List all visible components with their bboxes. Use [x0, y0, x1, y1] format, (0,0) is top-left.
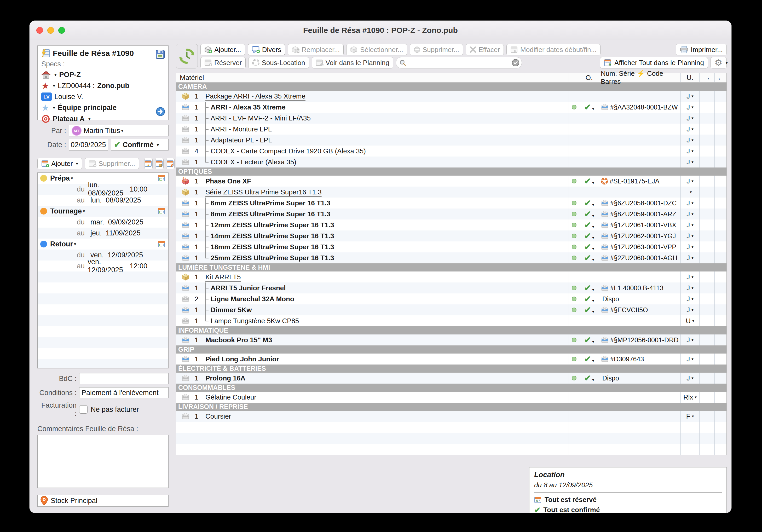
- table-row[interactable]: 112mm ZEISS UltraPrime Super 16 T1.3✔▾ #…: [176, 219, 726, 230]
- materiel-cell[interactable]: 1Lampe Tungstène 5Kw CP85: [176, 315, 569, 326]
- serial-number[interactable]: Dispo: [602, 374, 619, 382]
- materiel-cell[interactable]: 1ARRI T5 Junior Fresnel: [176, 282, 569, 293]
- date-value[interactable]: jeu. 11/09/2025: [90, 229, 141, 237]
- phase-add-button[interactable]: Ajouter ▾: [38, 158, 82, 169]
- target-icon[interactable]: [41, 114, 50, 123]
- goto-plateau-button[interactable]: [156, 107, 165, 116]
- material-label[interactable]: 18mm ZEISS UltraPrime Super 16 T1.3: [211, 243, 334, 251]
- quantity[interactable]: 1: [191, 273, 202, 281]
- unit-caret[interactable]: ▾: [691, 297, 694, 301]
- unit-caret[interactable]: ▾: [691, 94, 694, 99]
- phase-caret[interactable]: ▾: [74, 241, 76, 247]
- serial-number[interactable]: #D3097643: [610, 355, 644, 363]
- table-row[interactable]: 1Dimmer 5Kw✔▾ #§ECVCII5OJ▾: [176, 304, 726, 315]
- owner-name[interactable]: POP-Z: [59, 71, 81, 79]
- phase-edit-button[interactable]: [155, 158, 164, 169]
- unit-select[interactable]: Rlx▾: [680, 392, 699, 403]
- material-label[interactable]: Kit ARRI T5: [205, 273, 241, 281]
- unit-caret[interactable]: ▾: [691, 223, 694, 227]
- contact-badge[interactable]: LV: [41, 93, 52, 101]
- out-cell[interactable]: [699, 392, 715, 403]
- in-cell[interactable]: [715, 293, 726, 304]
- confirmation-cell[interactable]: ✔▾: [579, 253, 599, 264]
- materiel-cell[interactable]: 118mm ZEISS UltraPrime Super 16 T1.3: [176, 241, 569, 253]
- unit-select[interactable]: J▾: [680, 282, 699, 293]
- home-icon[interactable]: [41, 71, 51, 79]
- material-label[interactable]: Coursier: [205, 412, 231, 420]
- material-label[interactable]: Dimmer 5Kw: [211, 306, 252, 314]
- out-cell[interactable]: [699, 146, 715, 157]
- serial-cell[interactable]: #§1ZU2063-0001-VPP: [599, 241, 680, 253]
- phase-date-row[interactable]: au lun. 08/09/2025: [38, 195, 168, 206]
- unit-select[interactable]: J▾: [680, 134, 699, 146]
- save-icon[interactable]: [155, 49, 165, 59]
- quantity[interactable]: 1: [191, 336, 202, 344]
- unit-caret[interactable]: ▾: [691, 201, 694, 205]
- confirmation-cell[interactable]: ✔▾: [579, 197, 599, 208]
- unit-select[interactable]: J▾: [680, 241, 699, 253]
- confirmation-caret[interactable]: ▾: [592, 202, 594, 207]
- phase-date-row[interactable]: du lun. 08/09/2025 10:00: [38, 184, 168, 195]
- unit-caret[interactable]: ▾: [691, 376, 694, 380]
- in-cell[interactable]: [715, 271, 726, 282]
- material-label[interactable]: CODEX - Lecteur (Alexa 35): [211, 158, 296, 166]
- material-label[interactable]: 6mm ZEISS UltraPrime Super 16 T1.3: [211, 199, 330, 207]
- quantity[interactable]: 1: [191, 374, 202, 382]
- table-row[interactable]: 1Package ARRI - Alexa 35 XtremeJ▾: [176, 91, 726, 102]
- quantity[interactable]: 1: [191, 199, 202, 207]
- out-cell[interactable]: [699, 335, 715, 345]
- confirmation-caret[interactable]: ▾: [592, 246, 594, 251]
- date-value[interactable]: lun. 08/09/2025: [88, 181, 130, 197]
- out-cell[interactable]: [699, 304, 715, 315]
- in-cell[interactable]: [715, 187, 726, 197]
- in-cell[interactable]: [715, 208, 726, 219]
- confirmation-caret[interactable]: ▾: [592, 181, 594, 185]
- quantity[interactable]: 1: [191, 243, 202, 251]
- unit-select[interactable]: J▾: [680, 353, 699, 364]
- materiel-cell[interactable]: 1Coursier: [176, 411, 569, 422]
- material-label[interactable]: 12mm ZEISS UltraPrime Super 16 T1.3: [211, 221, 334, 229]
- par-select[interactable]: MT Martin Titus ▾: [69, 125, 169, 136]
- out-cell[interactable]: [699, 91, 715, 102]
- materiel-cell[interactable]: 1Macbook Pro 15'' M3: [176, 335, 569, 345]
- quantity[interactable]: 1: [191, 92, 202, 100]
- unit-caret[interactable]: ▾: [691, 116, 694, 120]
- team-dropdown-caret[interactable]: ▾: [53, 105, 55, 111]
- show-all-planning-button[interactable]: Afficher Tout dans le Planning: [600, 57, 708, 68]
- phase-favorite-button[interactable]: ★: [144, 158, 153, 169]
- unit-caret[interactable]: ▾: [691, 308, 694, 312]
- serial-cell[interactable]: #§MP12056-0001-DRD: [599, 335, 680, 345]
- in-cell[interactable]: [715, 157, 726, 168]
- serial-cell[interactable]: [599, 146, 680, 157]
- materiel-cell[interactable]: 114mm ZEISS UltraPrime Super 16 T1.3: [176, 230, 569, 241]
- table-row[interactable]: 1Série ZEISS Ultra Prime Super16 T1.3▾: [176, 187, 726, 197]
- quantity[interactable]: 1: [191, 317, 202, 325]
- quantity[interactable]: 1: [191, 412, 202, 420]
- unit-caret[interactable]: ▾: [691, 127, 694, 131]
- in-cell[interactable]: [715, 353, 726, 364]
- confirmation-cell[interactable]: ✔▾: [579, 230, 599, 241]
- unit-caret[interactable]: ▾: [691, 245, 694, 249]
- serial-cell[interactable]: [599, 271, 680, 282]
- table-row[interactable]: 1CoursierF▾: [176, 411, 726, 422]
- in-cell[interactable]: [715, 176, 726, 187]
- clear-button[interactable]: Effacer: [466, 44, 504, 55]
- unit-caret[interactable]: ▾: [691, 256, 694, 260]
- confirmation-cell[interactable]: [579, 411, 599, 422]
- material-label[interactable]: Macbook Pro 15'' M3: [205, 336, 272, 344]
- table-row[interactable]: 114mm ZEISS UltraPrime Super 16 T1.3✔▾ #…: [176, 230, 726, 241]
- materiel-cell[interactable]: 1Kit ARRI T5: [176, 271, 569, 282]
- confirmation-cell[interactable]: ✔▾: [579, 282, 599, 293]
- plateau-name[interactable]: Plateau A: [53, 115, 85, 123]
- in-cell[interactable]: [715, 197, 726, 208]
- calendar-icon[interactable]: [158, 240, 166, 248]
- confirmation-cell[interactable]: ✔▾: [579, 335, 599, 345]
- serial-number[interactable]: #SL-019175-EJA: [610, 178, 659, 185]
- serial-cell[interactable]: Dispo: [599, 373, 680, 384]
- col-header-o[interactable]: O.: [579, 73, 599, 82]
- unit-caret[interactable]: ▾: [691, 138, 694, 142]
- serial-number[interactable]: Dispo: [602, 295, 619, 303]
- modify-dates-button[interactable]: Modifier dates début/fin...: [506, 44, 600, 55]
- select-button[interactable]: Sélectionner...: [346, 44, 407, 55]
- serial-cell[interactable]: #§8ZU2059-0001-ARZ: [599, 208, 680, 219]
